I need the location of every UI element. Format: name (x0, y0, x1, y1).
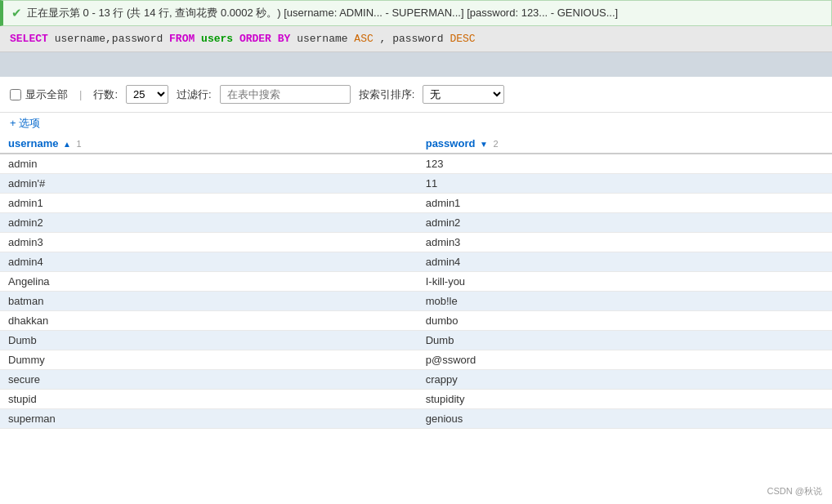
cell-username: dhakkan (0, 311, 418, 331)
sql-asc: ASC (354, 33, 373, 45)
cell-username: stupid (0, 390, 418, 409)
sql-cols: username, (55, 33, 112, 45)
col-password-num: 2 (494, 139, 499, 149)
table-row: admin'#11 (0, 174, 832, 194)
sql-order-col2: password (392, 33, 450, 45)
cell-password: admin2 (418, 213, 832, 233)
cell-password: Dumb (418, 331, 832, 350)
cell-username: Dumb (0, 331, 418, 350)
cell-username: admin (0, 154, 418, 174)
toolbar-area (0, 52, 832, 77)
col-header-password[interactable]: password ▼ 2 (418, 134, 832, 154)
status-text: 正在显示第 0 - 13 行 (共 14 行, 查询花费 0.0002 秒。) … (27, 6, 618, 20)
table-header-row: username ▲ 1 password ▼ 2 (0, 134, 832, 154)
status-check-icon: ✔ (11, 6, 22, 20)
status-bar: ✔ 正在显示第 0 - 13 行 (共 14 行, 查询花费 0.0002 秒。… (0, 0, 832, 26)
sort-label: 按索引排序: (359, 87, 415, 102)
sql-comma: , (380, 33, 387, 45)
col-password-label: password (426, 137, 476, 149)
col-username-sort-icon: ▲ (63, 140, 71, 149)
cell-password: dumbo (418, 311, 832, 331)
table-row: admin1admin1 (0, 194, 832, 213)
cell-password: I-kill-you (418, 272, 832, 292)
cell-password: admin4 (418, 252, 832, 272)
table-row: admin2admin2 (0, 213, 832, 233)
table-row: supermangenious (0, 409, 832, 429)
show-all-text: 显示全部 (25, 87, 68, 102)
cell-username: superman (0, 409, 418, 429)
cell-password: admin1 (418, 194, 832, 213)
cell-username: admin'# (0, 174, 418, 194)
row-count-select[interactable]: 25 50 100 (126, 85, 168, 104)
row-count-label: 行数: (93, 87, 118, 102)
cell-password: mob!le (418, 292, 832, 311)
cell-password: 11 (418, 174, 832, 194)
options-link[interactable]: + 选项 (0, 113, 832, 134)
sort-select[interactable]: 无 (423, 85, 504, 104)
col-username-label: username (8, 137, 58, 149)
cell-username: batman (0, 292, 418, 311)
col-header-username[interactable]: username ▲ 1 (0, 134, 418, 154)
filter-label: 过滤行: (177, 87, 212, 102)
sql-desc: DESC (450, 33, 475, 45)
sql-table: users (201, 33, 239, 45)
sql-order-col1: username (297, 33, 354, 45)
table-row: DumbDumb (0, 331, 832, 350)
cell-password: genious (418, 409, 832, 429)
table-row: AngelinaI-kill-you (0, 272, 832, 292)
filter-input[interactable] (220, 85, 351, 104)
sql-col2: password (112, 33, 169, 45)
sql-from: FROM (169, 33, 195, 45)
table-row: admin3admin3 (0, 233, 832, 252)
sql-select: SELECT (10, 33, 48, 45)
table-row: admin123 (0, 154, 832, 174)
cell-username: Dummy (0, 350, 418, 370)
show-all-label[interactable]: 显示全部 (10, 87, 68, 102)
col-username-num: 1 (77, 139, 82, 149)
table-row: batmanmob!le (0, 292, 832, 311)
cell-username: admin3 (0, 233, 418, 252)
sql-bar: SELECT username,password FROM users ORDE… (0, 26, 832, 52)
cell-password: p@ssword (418, 350, 832, 370)
filter-row: 显示全部 | 行数: 25 50 100 过滤行: 按索引排序: 无 (0, 77, 832, 113)
table-row: Dummyp@ssword (0, 350, 832, 370)
table-row: stupidstupidity (0, 390, 832, 409)
cell-username: admin2 (0, 213, 418, 233)
sql-order: ORDER BY (239, 33, 290, 45)
cell-username: Angelina (0, 272, 418, 292)
table-row: admin4admin4 (0, 252, 832, 272)
show-all-checkbox[interactable] (10, 89, 21, 100)
cell-password: crappy (418, 370, 832, 390)
data-table: username ▲ 1 password ▼ 2 admin123admin'… (0, 134, 832, 429)
cell-password: admin3 (418, 233, 832, 252)
cell-username: admin4 (0, 252, 418, 272)
watermark: CSDN @秋说 (767, 485, 822, 497)
page-wrapper: ✔ 正在显示第 0 - 13 行 (共 14 行, 查询花费 0.0002 秒。… (0, 0, 832, 504)
pipe-divider: | (79, 88, 82, 100)
table-row: securecrappy (0, 370, 832, 390)
table-row: dhakkandumbo (0, 311, 832, 331)
cell-password: stupidity (418, 390, 832, 409)
cell-username: secure (0, 370, 418, 390)
col-password-sort-icon: ▼ (480, 140, 488, 149)
cell-password: 123 (418, 154, 832, 174)
table-body: admin123admin'#11admin1admin1admin2admin… (0, 154, 832, 429)
cell-username: admin1 (0, 194, 418, 213)
